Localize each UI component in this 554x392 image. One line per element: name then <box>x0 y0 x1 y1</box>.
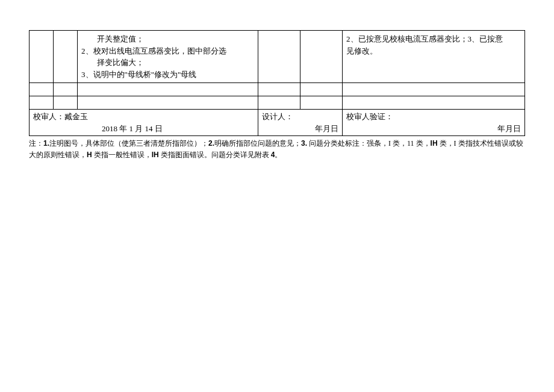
footnote-prefix: 注： <box>29 139 43 148</box>
footnote-4-text: 类指一般性错误， <box>92 151 152 159</box>
response-line-1: 2、已按意见校核电流互感器变比；3、已按意 <box>346 33 521 45</box>
designer-label: 设计人： <box>262 112 293 121</box>
empty-row-1 <box>30 83 525 96</box>
date-cell-1: 2018 年 1 月 14 日 <box>30 123 258 136</box>
content-row: 开关整定值； 2、校对出线电流互感器变比，图中部分选 择变比偏大； 3、说明中的… <box>30 31 525 83</box>
footnote-3-label: 3. <box>301 139 307 148</box>
cell-1-2 <box>54 31 78 83</box>
cell-1-5 <box>300 31 343 83</box>
comment-line-4: 3、说明中的"母线桥"修改为"母线 <box>81 69 254 81</box>
designer-cell: 设计人： <box>258 110 343 123</box>
comment-line-1: 开关整定值； <box>81 33 254 45</box>
date-cell-3: 年月日 <box>343 123 525 136</box>
footnote-ih-2: IH <box>152 151 159 159</box>
footnote-ih-1: IH <box>431 139 438 148</box>
review-table: 开关整定值； 2、校对出线电流互感器变比，图中部分选 择变比偏大； 3、说明中的… <box>29 30 525 136</box>
footnote-1-label: 1. <box>43 139 49 148</box>
footnote-5-text: 类指图面错误。问题分类详见附表 <box>159 151 271 159</box>
footnote: 注：1.注明图号，具体部位（使第三者清楚所指部位）；2.明确所指部位问题的意见；… <box>29 138 525 161</box>
signature-row: 校审人：臧金玉 设计人： 校审人验证： <box>30 110 525 123</box>
verify-cell: 校审人验证： <box>343 110 525 123</box>
footnote-2-text: 明确所指部位问题的意见； <box>214 139 301 148</box>
date-2: 年月日 <box>315 124 338 133</box>
empty-row-2 <box>30 96 525 110</box>
comment-line-2: 2、校对出线电流互感器变比，图中部分选 <box>81 45 254 57</box>
response-line-2: 见修改。 <box>346 45 521 57</box>
footnote-7: 。 <box>275 151 282 159</box>
cell-comments: 开关整定值； 2、校对出线电流互感器变比，图中部分选 择变比偏大； 3、说明中的… <box>78 31 258 83</box>
footnote-3-text: 问题分类处标注：强条，I 类，11 类， <box>307 139 431 148</box>
date-cell-2: 年月日 <box>258 123 343 136</box>
reviewer-label: 校审人：臧金玉 <box>33 112 88 121</box>
comment-line-3: 择变比偏大； <box>81 57 254 69</box>
date-row: 2018 年 1 月 14 日 年月日 年月日 <box>30 123 525 136</box>
footnote-2-label: 2. <box>208 139 214 148</box>
verify-label: 校审人验证： <box>346 112 393 121</box>
cell-1-4 <box>258 31 300 83</box>
reviewer-cell: 校审人：臧金玉 <box>30 110 258 123</box>
date-3: 年月日 <box>497 124 521 133</box>
date-1: 2018 年 1 月 14 日 <box>102 124 163 133</box>
cell-1-1 <box>30 31 54 83</box>
footnote-1-text: 注明图号，具体部位（使第三者清楚所指部位）； <box>49 139 208 148</box>
footnote-h: H <box>87 151 92 159</box>
cell-response: 2、已按意见校核电流互感器变比；3、已按意 见修改。 <box>343 31 525 83</box>
